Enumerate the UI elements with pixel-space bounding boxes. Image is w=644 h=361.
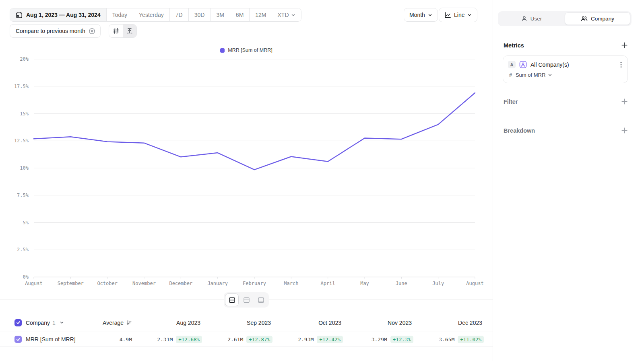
gridlines-toggle-button[interactable] <box>109 25 123 37</box>
average-column-header[interactable]: Average <box>103 320 124 326</box>
mrr-line-chart[interactable]: 0%2.5%5%7.5%10%12.5%15%17.5%20%AugustSep… <box>0 56 493 293</box>
toggle-company-label: Company <box>591 16 614 22</box>
x-tick-label: September <box>58 281 84 286</box>
company-users-icon <box>581 16 588 22</box>
x-tick-label: February <box>243 281 266 286</box>
x-tick-label: August <box>466 281 483 286</box>
chart-type-dropdown[interactable]: Line <box>439 8 477 22</box>
cell-value: 3.29M <box>372 336 387 343</box>
arrow-up-to-line-icon <box>126 28 133 34</box>
metrics-title: Metrics <box>504 42 524 49</box>
toggle-company[interactable]: Company <box>565 12 630 25</box>
company-entity-icon <box>519 61 527 68</box>
select-all-checkbox[interactable] <box>14 319 22 326</box>
range-button-6m[interactable]: 6M <box>230 8 250 21</box>
aggregation-label: Sum of MRR <box>516 72 545 78</box>
legend-label: MRR [Sum of MRR] <box>228 47 272 53</box>
cell-value: 2.31M <box>157 336 173 343</box>
range-button-today[interactable]: Today <box>107 8 133 21</box>
y-tick-label: 20% <box>20 56 29 62</box>
column-header[interactable]: Aug 2023 <box>137 320 208 326</box>
filter-section-header: Filter <box>504 98 628 105</box>
granularity-dropdown[interactable]: Month <box>404 8 438 22</box>
y-tick-label: 17.5% <box>14 84 29 89</box>
user-icon <box>521 16 527 22</box>
filter-title: Filter <box>504 98 518 105</box>
chevron-down-icon <box>291 13 295 17</box>
remove-compare-icon[interactable] <box>89 28 95 35</box>
delta-badge: +12.87% <box>246 336 272 343</box>
range-button-xtd[interactable]: XTD <box>272 8 301 21</box>
toggle-user-label: User <box>530 16 542 22</box>
y-tick-label: 12.5% <box>14 138 29 144</box>
column-header[interactable]: Oct 2023 <box>278 320 349 326</box>
x-tick-label: March <box>284 281 298 286</box>
metric-card[interactable]: A All Company(s) # Sum of MRR <box>503 55 628 83</box>
chart-type-label: Line <box>454 12 464 18</box>
table-header-row: Company 1 Average Aug 2023Sep 2023Oct 20… <box>0 314 493 332</box>
x-tick-label: December <box>169 281 192 286</box>
add-metric-icon[interactable] <box>621 42 628 49</box>
config-sidebar: User Company Metrics A All Company(s) <box>493 0 644 361</box>
metric-value-cell: 2.61M+12.87% <box>208 336 278 343</box>
legend-item[interactable]: MRR [Sum of MRR] <box>220 47 272 53</box>
range-button-3m[interactable]: 3M <box>211 8 230 21</box>
granularity-label: Month <box>409 12 425 18</box>
delta-badge: +11.02% <box>458 336 484 343</box>
table-row-cells: 2.31M+12.68%2.61M+12.87%2.93M+12.42%3.29… <box>137 336 493 343</box>
date-range-label: Aug 1, 2023 — Aug 31, 2024 <box>26 12 101 18</box>
line-chart-icon <box>444 12 451 18</box>
metric-letter-badge: A <box>508 61 516 68</box>
compare-pill[interactable]: Compare to previous month <box>10 24 101 38</box>
layout-chart-only-button[interactable] <box>239 293 253 306</box>
column-header[interactable]: Nov 2023 <box>349 320 419 326</box>
metric-value-cell: 2.31M+12.68% <box>137 336 208 343</box>
table-row[interactable]: MRR [Sum of MRR] 4.9M 2.31M+12.68%2.61M+… <box>0 332 493 347</box>
delta-badge: +12.3% <box>390 336 413 343</box>
add-filter-icon[interactable] <box>621 98 628 105</box>
compare-label: Compare to previous month <box>16 28 85 34</box>
range-button-7d[interactable]: 7D <box>170 8 189 21</box>
cell-value: 3.65M <box>439 336 454 343</box>
column-header[interactable]: Sep 2023 <box>208 320 278 326</box>
group-column-header[interactable]: Company <box>26 320 50 326</box>
metric-name: All Company(s) <box>530 62 617 68</box>
kebab-menu-icon[interactable] <box>620 62 622 68</box>
x-tick-label: August <box>25 281 42 286</box>
cell-value: 2.61M <box>227 336 243 343</box>
range-button-12m[interactable]: 12M <box>250 8 272 21</box>
x-tick-label: May <box>360 281 369 286</box>
delta-badge: +12.68% <box>176 336 202 343</box>
average-value: 4.9M <box>120 336 132 343</box>
table-month-headers: Aug 2023Sep 2023Oct 2023Nov 2023Dec 2023 <box>137 320 493 326</box>
x-tick-label: November <box>132 281 156 286</box>
xtd-label: XTD <box>278 12 289 18</box>
aggregation-dropdown[interactable]: Sum of MRR <box>516 72 552 78</box>
chevron-down-icon <box>548 73 552 77</box>
chevron-down-icon <box>467 13 472 17</box>
row-checkbox[interactable] <box>14 336 22 343</box>
layout-split-button[interactable] <box>225 293 239 306</box>
layout-table-only-button[interactable] <box>254 293 268 306</box>
metric-value-cell: 3.29M+12.3% <box>349 336 419 343</box>
metric-row-name: MRR [Sum of MRR] <box>26 336 76 343</box>
number-type-icon: # <box>509 72 512 78</box>
chart-legend: MRR [Sum of MRR] <box>0 47 493 53</box>
add-breakdown-icon[interactable] <box>621 127 628 134</box>
x-tick-label: April <box>321 281 335 286</box>
mrr-series-line <box>34 93 475 170</box>
y-tick-label: 15% <box>20 111 29 117</box>
chevron-down-icon <box>428 13 432 17</box>
toggle-user[interactable]: User <box>499 12 564 25</box>
range-button-yesterday[interactable]: Yesterday <box>133 8 170 21</box>
x-tick-label: January <box>207 281 228 286</box>
top-divider <box>12 1 478 1</box>
chevron-down-icon[interactable] <box>60 320 64 325</box>
sort-icon[interactable] <box>126 320 132 326</box>
breakdown-section-header: Breakdown <box>504 127 628 134</box>
date-range-button[interactable]: Aug 1, 2023 — Aug 31, 2024 <box>10 8 107 21</box>
column-header[interactable]: Dec 2023 <box>419 320 489 326</box>
range-button-30d[interactable]: 30D <box>189 8 211 21</box>
goal-line-toggle-button[interactable] <box>123 25 136 37</box>
layout-bottom-icon <box>258 297 264 304</box>
